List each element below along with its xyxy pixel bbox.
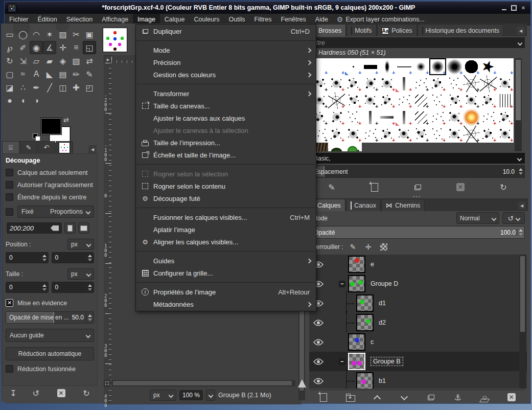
flip-tool[interactable]: ⇄ (83, 54, 96, 67)
size-w-spinbox[interactable]: 0 (6, 282, 49, 293)
layer-name[interactable]: Groupe D (371, 280, 398, 287)
brush-tag-select[interactable]: Basic, (310, 153, 525, 164)
statusbar-unit-select[interactable]: px (150, 390, 176, 401)
brush-hlines[interactable]: + (497, 92, 514, 109)
foreground-color-swatch[interactable] (41, 118, 61, 134)
blur-sharpen-tool[interactable]: ● (3, 94, 16, 107)
size-h-spinbox[interactable]: 0 (52, 282, 95, 293)
lock-pixels-icon[interactable]: ✎ (348, 241, 359, 253)
brush-splat2[interactable]: + (362, 75, 379, 92)
group-expander[interactable]: − (339, 281, 345, 287)
brush-vstreak[interactable]: + (379, 109, 396, 126)
portrait-button[interactable] (64, 222, 76, 234)
ellipse-select-tool[interactable]: ◯ (16, 28, 30, 41)
brush-blank[interactable]: + (497, 58, 514, 75)
brush-soft1[interactable]: + (412, 58, 429, 75)
layer-name[interactable]: b1 (379, 377, 386, 384)
delete-tool-preset-button[interactable]: ✕ (55, 387, 67, 399)
close-button[interactable]: ✕ (520, 5, 526, 11)
brush-splat1[interactable]: + (480, 92, 497, 109)
brush-splat2[interactable]: + (379, 75, 396, 92)
menu-item-gestion-des-couleurs[interactable]: Gestion des couleurs (136, 69, 316, 81)
menu-item-précision[interactable]: Précision (136, 56, 316, 69)
vertical-ruler[interactable]: -200-1000100200300400 (104, 63, 111, 404)
brush-splat2[interactable]: + (446, 126, 463, 143)
menu-item-aligner-les-calques-visibles[interactable]: ⚙Aligner les calques visibles... (136, 236, 316, 248)
delete-brush-button[interactable]: ✕ (454, 181, 467, 193)
paintbrush-tool[interactable]: ✎ (83, 67, 96, 81)
mypaint-brush-tool[interactable]: ╱ (43, 81, 56, 94)
brush-splat2[interactable]: + (497, 75, 514, 92)
zoom-tool[interactable]: ◉ (30, 41, 43, 54)
brush-line[interactable]: + (396, 58, 412, 75)
minimize-button[interactable] (501, 5, 507, 11)
tab-canaux[interactable]: Canaux (346, 199, 381, 211)
menu-item-aplatir-l-image[interactable]: Aplatir l’image (136, 223, 316, 236)
tool-options-tab-menu-button[interactable]: ◀ (88, 145, 97, 153)
brush-spacing-slider[interactable]: Espacement 10.0 (310, 165, 525, 178)
brush-splat2[interactable]: + (396, 126, 412, 143)
brush-splat1[interactable]: + (480, 126, 497, 143)
perspective-clone-tool[interactable]: ◰ (83, 81, 96, 94)
lower-layer-button[interactable] (398, 391, 410, 403)
dodge-burn-tool[interactable]: ◑ (30, 94, 43, 107)
brush-ellipse[interactable]: + (379, 58, 396, 75)
brush-splat2[interactable]: + (328, 109, 345, 126)
layer-thumbnail[interactable] (356, 294, 374, 312)
heal-tool[interactable]: ✚ (70, 81, 83, 94)
position-y-spinbox[interactable]: 0 (52, 252, 95, 263)
brush-vstreak[interactable]: + (396, 109, 412, 126)
layer-thumbnail[interactable] (348, 256, 365, 273)
tab-historique-des-documents[interactable]: Historique des documents (418, 24, 504, 36)
select-by-color-tool[interactable]: ▨ (56, 28, 70, 41)
layer-thumbnail[interactable] (348, 333, 365, 351)
brush-splat1[interactable]: + (429, 75, 446, 92)
fixed-select[interactable]: Fixé Proportions (17, 206, 94, 218)
brush-splat1[interactable]: + (328, 126, 345, 143)
brush-web[interactable]: + (463, 75, 480, 92)
gradient-tool[interactable]: ▤ (56, 67, 70, 81)
brush-leaf[interactable] (328, 143, 345, 151)
tab-tab-menu-button[interactable]: ◀ (518, 201, 526, 210)
tab-device-status[interactable]: ✎ (20, 141, 37, 153)
brush-vstreak[interactable]: + (362, 109, 379, 126)
brush-lines[interactable]: + (412, 109, 429, 126)
menu-item-taille-de-l-impression[interactable]: Taille de l’impression... (136, 136, 316, 149)
size-unit-select[interactable]: px (67, 268, 94, 280)
raise-layer-button[interactable] (371, 391, 383, 403)
warp-transform-tool[interactable]: ≈ (16, 67, 30, 81)
scissors-select-tool[interactable]: ✂ (70, 28, 83, 41)
guides-select[interactable]: Aucun guide (6, 329, 94, 342)
layer-thumbnail[interactable] (356, 372, 374, 389)
anchor-layer-button[interactable]: ⚓ (452, 391, 464, 403)
rectangle-select-tool[interactable]: ▭ (3, 28, 16, 41)
measure-tool[interactable]: ∡ (43, 41, 56, 54)
menu-item-métadonnées[interactable]: Métadonnées (136, 298, 316, 310)
brush-dots[interactable]: + (429, 126, 446, 143)
horizontal-scrollbar[interactable] (111, 380, 295, 386)
-tendre-depuis-le-centre-checkbox[interactable] (6, 193, 13, 201)
layer-mode-select[interactable]: Normal (456, 212, 499, 224)
menu-item-fusionner-les-calques-visibles[interactable]: Fusionner les calques visibles...Ctrl+M (136, 211, 316, 223)
layer-row-b1[interactable]: b1 (309, 371, 527, 389)
layer-opacity-slider[interactable]: Opacité 100.0 (310, 226, 525, 239)
fixed-checkbox[interactable] (6, 208, 13, 216)
duplicate-layer-button[interactable] (425, 391, 437, 403)
position-unit-select[interactable]: px (67, 239, 94, 250)
zoom-value-input[interactable]: 100 % (179, 390, 203, 400)
brush-splat1[interactable]: + (379, 92, 396, 109)
brush-splat1[interactable]: + (446, 92, 463, 109)
handle-transform-tool[interactable]: ◈ (56, 54, 70, 67)
brush-pepper[interactable] (345, 143, 362, 151)
tab-undo-history[interactable]: ↶ (38, 141, 55, 153)
brush-web[interactable]: + (328, 92, 345, 109)
brush-star[interactable]: ★+ (480, 58, 497, 75)
delete-layer-button[interactable]: ✕ (505, 391, 518, 403)
highlight-checkbox[interactable]: ✕ (6, 299, 13, 307)
brush-splat1[interactable]: + (345, 75, 362, 92)
brush-dots[interactable]: + (396, 92, 412, 109)
calque-actuel-seulement-checkbox[interactable] (6, 169, 13, 176)
layer-thumbnail[interactable] (348, 353, 365, 370)
lock-alpha-icon[interactable] (378, 241, 389, 253)
brush-splat2[interactable]: + (463, 92, 480, 109)
